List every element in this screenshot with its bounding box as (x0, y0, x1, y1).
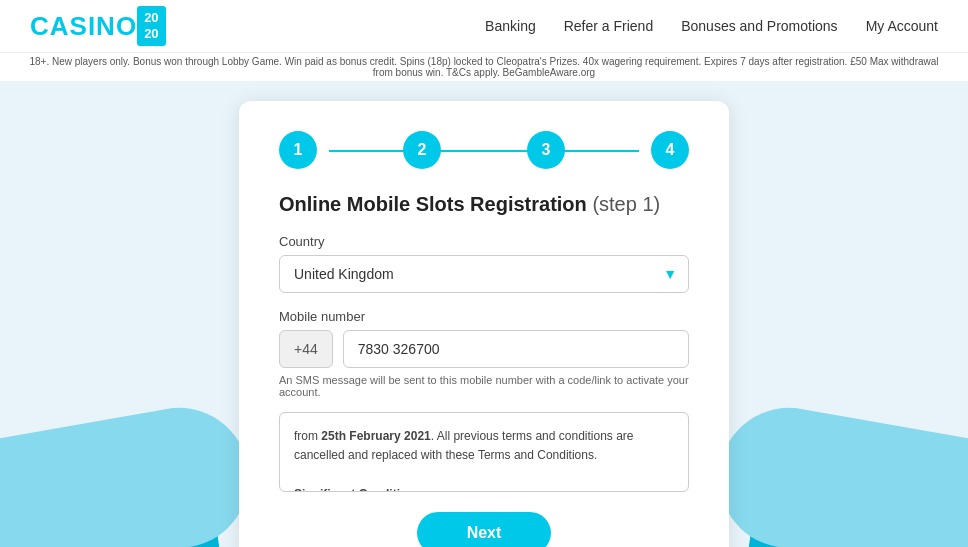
nav-bonuses[interactable]: Bonuses and Promotions (681, 18, 837, 34)
nav-account[interactable]: My Account (866, 18, 938, 34)
nav: Banking Refer a Friend Bonuses and Promo… (485, 18, 938, 34)
step-1: 1 (279, 131, 317, 169)
main-content: 1 2 3 4 Online Mobile Slots Registration… (0, 81, 968, 547)
country-label: Country (279, 234, 689, 249)
logo-year: 2020 (137, 6, 165, 45)
mobile-input[interactable] (343, 330, 689, 368)
form-title: Online Mobile Slots Registration (step 1… (279, 193, 689, 216)
terms-text-prefix: from (294, 429, 321, 443)
next-button-wrapper: Next (279, 512, 689, 547)
significant-conditions: Significant Conditions: (294, 487, 425, 492)
mobile-row: +44 (279, 330, 689, 368)
step-4: 4 (651, 131, 689, 169)
country-select-wrapper: United Kingdom ▼ (279, 255, 689, 293)
step-label: (step 1) (592, 193, 660, 215)
mobile-label: Mobile number (279, 309, 689, 324)
steps-line (329, 150, 639, 152)
notice-bar: 18+. New players only. Bonus won through… (0, 52, 968, 81)
step-3: 3 (527, 131, 565, 169)
header: CASINO 2020 Banking Refer a Friend Bonus… (0, 0, 968, 52)
step-2: 2 (403, 131, 441, 169)
country-select[interactable]: United Kingdom (279, 255, 689, 293)
logo-casino-text: CASINO (30, 11, 137, 42)
nav-refer[interactable]: Refer a Friend (564, 18, 653, 34)
steps-indicator: 1 2 3 4 (279, 131, 689, 169)
notice-text: 18+. New players only. Bonus won through… (29, 56, 938, 78)
terms-bold-date: 25th February 2021 (321, 429, 430, 443)
next-button[interactable]: Next (417, 512, 552, 547)
logo: CASINO 2020 (30, 6, 166, 45)
terms-box[interactable]: from 25th February 2021. All previous te… (279, 412, 689, 492)
nav-banking[interactable]: Banking (485, 18, 536, 34)
sms-note: An SMS message will be sent to this mobi… (279, 374, 689, 398)
country-code-button[interactable]: +44 (279, 330, 333, 368)
registration-card: 1 2 3 4 Online Mobile Slots Registration… (239, 101, 729, 547)
